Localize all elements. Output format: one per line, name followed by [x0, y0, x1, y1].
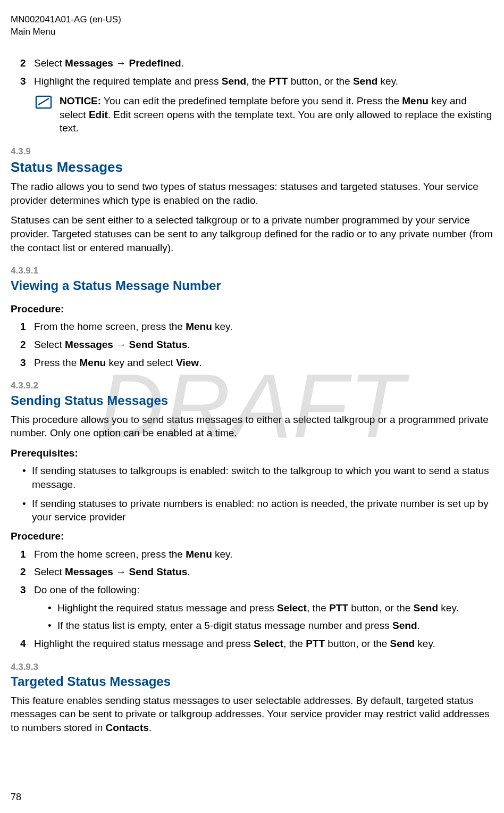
list-item: If sending statuses to talkgroups is ena…	[22, 464, 493, 491]
section-title: Targeted Status Messages	[11, 673, 493, 690]
text: , the	[283, 638, 306, 649]
bold: Send	[392, 620, 417, 631]
notice-text: NOTICE: You can edit the predefined temp…	[60, 94, 493, 135]
step-number: 2	[20, 338, 26, 352]
section-number: 4.3.9.3	[11, 661, 493, 674]
text: .	[199, 357, 201, 368]
bold: Menu	[186, 321, 212, 332]
bold: View	[176, 357, 199, 368]
list-item: If the status list is empty, enter a 5-d…	[48, 619, 493, 633]
step-list: 1 From the home screen, press the Menu k…	[11, 320, 493, 369]
list-item: Highlight the required status message an…	[48, 601, 493, 615]
text: button, or the	[348, 602, 414, 613]
bold: PTT	[306, 638, 325, 649]
arrow: →	[113, 566, 129, 577]
prereq-list: If sending statuses to talkgroups is ena…	[11, 464, 493, 524]
bold: Messages	[65, 57, 113, 69]
notice-label: NOTICE:	[60, 95, 101, 106]
section-number: 4.3.9	[11, 146, 493, 158]
bold: Messages	[65, 566, 113, 577]
text: You can edit the predefined template bef…	[101, 95, 402, 106]
step-2: 2 Select Messages → Send Status.	[34, 565, 493, 579]
paragraph: Statuses can be sent either to a selecte…	[11, 213, 493, 254]
step-text: Highlight the required template and pres…	[34, 76, 222, 87]
bold: Select	[254, 638, 283, 649]
step-text: button, or the	[288, 76, 353, 87]
step-text: Select	[34, 57, 65, 69]
section-4393: 4.3.9.3 Targeted Status Messages This fe…	[11, 661, 493, 735]
notice-block: NOTICE: You can edit the predefined temp…	[34, 94, 493, 135]
text: Highlight the required status message an…	[57, 602, 277, 613]
section-title: Viewing a Status Message Number	[11, 277, 493, 294]
text: , the	[307, 602, 329, 613]
sub-step-list: Highlight the required status message an…	[34, 601, 493, 633]
text: .	[417, 620, 420, 631]
text: Press the	[34, 357, 80, 368]
list-item: If sending statuses to private numbers i…	[22, 497, 493, 524]
text: .	[149, 722, 152, 733]
page-number: 78	[11, 791, 21, 803]
arrow: →	[113, 57, 129, 69]
bold: Send	[222, 76, 246, 87]
bold: Send Status	[129, 339, 188, 350]
step-number: 3	[20, 74, 26, 88]
step-3: 3 Highlight the required template and pr…	[34, 74, 493, 88]
step-1: 1 From the home screen, press the Menu k…	[34, 320, 493, 334]
period: .	[181, 57, 184, 69]
text: Select	[34, 566, 65, 577]
step-number: 3	[20, 583, 26, 597]
prereq-label: Prerequisites:	[11, 446, 493, 460]
text: If the status list is empty, enter a 5-d…	[57, 620, 392, 631]
page-header: MN002041A01-AG (en-US) Main Menu	[11, 14, 493, 38]
bold: Messages	[65, 339, 113, 350]
section-title: Status Messages	[11, 158, 493, 177]
bold: Send	[414, 602, 438, 613]
section-4392: 4.3.9.2 Sending Status Messages This pro…	[11, 380, 493, 650]
step-1: 1 From the home screen, press the Menu k…	[34, 547, 493, 561]
text: This feature enables sending status mess…	[11, 695, 490, 733]
step-3: 3 Press the Menu key and select View.	[34, 356, 493, 370]
page-content: MN002041A01-AG (en-US) Main Menu 2 Selec…	[11, 14, 493, 735]
procedure-label: Procedure:	[11, 529, 493, 543]
bold: Predefined	[129, 57, 181, 69]
step-number: 2	[20, 56, 26, 70]
bold: Menu	[186, 549, 212, 560]
step-number: 1	[20, 320, 26, 334]
section-4391: 4.3.9.1 Viewing a Status Message Number …	[11, 265, 493, 369]
section-title: Sending Status Messages	[11, 392, 493, 409]
text: key.	[212, 549, 233, 560]
paragraph: This procedure allows you to send status…	[11, 413, 493, 440]
step-number: 3	[20, 356, 26, 370]
paragraph: The radio allows you to send two types o…	[11, 180, 493, 207]
step-number: 1	[20, 547, 26, 561]
bold: Menu	[80, 357, 106, 368]
step-4: 4 Highlight the required status message …	[34, 637, 493, 651]
section-439: 4.3.9 Status Messages The radio allows y…	[11, 146, 493, 254]
arrow: →	[113, 339, 129, 350]
text: key.	[438, 602, 459, 613]
step-number: 2	[20, 565, 26, 579]
text: From the home screen, press the	[34, 549, 186, 560]
bold: Send	[390, 638, 415, 649]
doc-id: MN002041A01-AG (en-US)	[11, 14, 493, 26]
text: .	[187, 566, 190, 577]
text: Do one of the following:	[34, 584, 140, 595]
bold: Menu	[402, 95, 429, 106]
notice-icon	[34, 94, 53, 135]
step-list: 1 From the home screen, press the Menu k…	[11, 547, 493, 651]
doc-section: Main Menu	[11, 26, 493, 38]
text: key.	[415, 638, 435, 649]
text: .	[187, 339, 190, 350]
step-3: 3 Do one of the following: Highlight the…	[34, 583, 493, 633]
text: button, or the	[325, 638, 390, 649]
paragraph: This feature enables sending status mess…	[11, 694, 493, 735]
procedure-label: Procedure:	[11, 302, 493, 316]
text: key and select	[106, 357, 176, 368]
bold: Select	[277, 602, 307, 613]
step-number: 4	[20, 637, 26, 651]
bold: Edit	[89, 109, 108, 120]
step-list-top: 2 Select Messages → Predefined. 3 Highli…	[11, 56, 493, 88]
step-text: , the	[246, 76, 268, 87]
bold: Contacts	[105, 722, 148, 733]
step-text: key.	[377, 76, 398, 87]
